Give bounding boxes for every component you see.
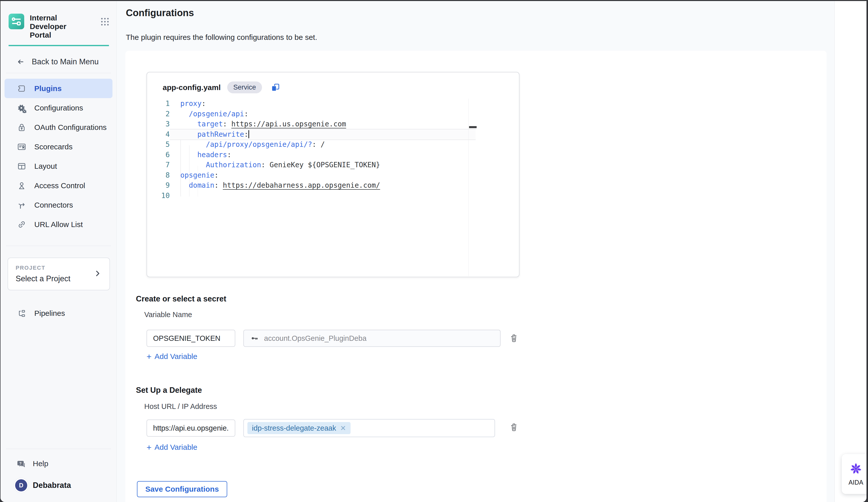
user-name: Debabrata bbox=[33, 481, 71, 490]
sidebar: Internal Developer Portal Back to Main M… bbox=[0, 1, 117, 502]
sidebar-nav: Plugins Configurations OAuth Configurati… bbox=[0, 79, 116, 234]
entity-type-badge: Service bbox=[227, 81, 262, 93]
sidebar-item-label: Scorecards bbox=[34, 143, 73, 151]
avatar: D bbox=[15, 479, 27, 491]
sidebar-item-url-allow-list[interactable]: URL Allow List bbox=[4, 215, 113, 234]
brand-title: Internal Developer Portal bbox=[30, 14, 88, 39]
delete-secret-icon[interactable] bbox=[508, 332, 519, 345]
line-number: 4 bbox=[147, 130, 170, 140]
help-button[interactable]: Help bbox=[0, 449, 116, 469]
divider bbox=[6, 246, 111, 246]
delegate-tag-label: idp-stress-delegate-zeaak bbox=[252, 424, 336, 432]
app-window: Internal Developer Portal Back to Main M… bbox=[0, 1, 867, 502]
sidebar-item-pipelines[interactable]: Pipelines bbox=[4, 304, 113, 323]
delete-delegate-icon[interactable] bbox=[508, 421, 519, 434]
project-label: PROJECT bbox=[16, 265, 103, 271]
line-number: 10 bbox=[147, 191, 170, 201]
code-line[interactable]: 8 opsgenie: bbox=[147, 170, 519, 181]
editor-filename: app-config.yaml bbox=[163, 83, 221, 92]
sidebar-item-label: Plugins bbox=[34, 84, 62, 93]
plus-icon: + bbox=[146, 353, 152, 360]
line-number: 8 bbox=[147, 170, 170, 181]
sidebar-item-configurations[interactable]: Configurations bbox=[4, 98, 113, 117]
code-line[interactable]: 5 /api/proxy/opsgenie/api/?: / bbox=[147, 140, 519, 150]
main-content: Configurations The plugin requires the f… bbox=[117, 1, 835, 502]
sidebar-item-connectors[interactable]: Connectors bbox=[4, 195, 113, 215]
add-variable-button-delegate[interactable]: + Add Variable bbox=[146, 443, 197, 452]
arrow-left-icon bbox=[16, 57, 25, 66]
back-label: Back to Main Menu bbox=[32, 57, 99, 66]
code-editor[interactable]: 1 proxy: 2 /opsgenie/api: 3 target: http… bbox=[147, 99, 519, 277]
copy-icon[interactable] bbox=[270, 82, 281, 93]
line-number: 1 bbox=[147, 99, 170, 109]
sidebar-item-oauth-configurations[interactable]: OAuth Configurations bbox=[4, 117, 113, 137]
add-variable-button-secret[interactable]: + Add Variable bbox=[146, 352, 197, 361]
text-cursor bbox=[248, 130, 249, 138]
key-icon bbox=[250, 334, 259, 343]
code-line[interactable]: 9 domain: https://debaharness.app.opsgen… bbox=[147, 180, 519, 191]
variable-name-input[interactable] bbox=[146, 330, 235, 347]
page-subtitle: The plugin requires the following config… bbox=[126, 33, 835, 42]
delegate-section-heading: Set Up a Delegate bbox=[136, 386, 202, 395]
scorecard-icon bbox=[17, 142, 27, 152]
person-icon bbox=[17, 181, 27, 191]
line-number: 2 bbox=[147, 109, 170, 119]
lock-icon bbox=[17, 122, 27, 132]
brand: Internal Developer Portal bbox=[0, 1, 116, 39]
code-line[interactable]: 6 headers: bbox=[147, 150, 519, 160]
help-label: Help bbox=[33, 459, 49, 468]
delegate-tag-chip: idp-stress-delegate-zeaak ✕ bbox=[247, 422, 351, 434]
sidebar-item-label: Configurations bbox=[34, 104, 83, 112]
user-menu[interactable]: D Debabrata bbox=[0, 469, 116, 495]
code-line[interactable]: 4 pathRewrite: bbox=[147, 130, 519, 140]
page-title: Configurations bbox=[126, 8, 835, 18]
back-to-main-menu[interactable]: Back to Main Menu bbox=[0, 46, 116, 73]
yaml-editor-card: app-config.yaml Service 1 proxy: 2 /opsg… bbox=[146, 72, 519, 277]
gears-icon bbox=[17, 103, 27, 113]
right-rail: AIDA bbox=[835, 1, 867, 502]
aida-label: AIDA bbox=[849, 479, 863, 486]
secret-select-field[interactable]: account.OpsGenie_PluginDeba bbox=[244, 330, 500, 347]
sidebar-item-label: Layout bbox=[34, 162, 57, 171]
host-url-input[interactable] bbox=[146, 420, 235, 437]
line-number: 5 bbox=[147, 140, 170, 150]
code-line[interactable]: 1 proxy: bbox=[147, 99, 519, 109]
sidebar-item-label: Access Control bbox=[34, 181, 85, 190]
project-selector[interactable]: PROJECT Select a Project bbox=[8, 258, 110, 290]
idp-logo-icon bbox=[9, 14, 24, 29]
branch-icon bbox=[17, 200, 27, 210]
secret-value: account.OpsGenie_PluginDeba bbox=[264, 334, 366, 342]
host-url-label: Host URL / IP Address bbox=[144, 402, 217, 411]
line-number: 3 bbox=[147, 119, 170, 130]
add-variable-label: Add Variable bbox=[155, 443, 197, 452]
code-line[interactable]: 10 bbox=[147, 191, 519, 201]
app-grid-icon[interactable] bbox=[100, 17, 110, 28]
delegate-tags-field[interactable]: idp-stress-delegate-zeaak ✕ bbox=[244, 419, 495, 437]
secret-section-heading: Create or select a secret bbox=[136, 294, 226, 304]
sidebar-item-label: Connectors bbox=[34, 201, 73, 209]
layout-icon bbox=[17, 161, 27, 171]
sidebar-footer: Help D Debabrata bbox=[0, 449, 116, 502]
code-line[interactable]: 7 Authorization: GenieKey ${OPSGENIE_TOK… bbox=[147, 160, 519, 170]
line-number: 6 bbox=[147, 150, 170, 160]
puzzle-icon bbox=[17, 83, 27, 94]
save-configurations-button[interactable]: Save Configurations bbox=[137, 481, 227, 497]
sidebar-item-label: URL Allow List bbox=[34, 220, 83, 229]
sidebar-item-scorecards[interactable]: Scorecards bbox=[4, 137, 113, 156]
code-line[interactable]: 3 target: https://api.us.opsgenie.com bbox=[147, 119, 519, 130]
chevron-right-icon bbox=[93, 269, 103, 279]
help-icon bbox=[16, 459, 26, 469]
variable-name-label: Variable Name bbox=[144, 310, 192, 319]
link-icon bbox=[17, 219, 27, 229]
pipelines-label: Pipelines bbox=[34, 309, 65, 318]
code-line[interactable]: 2 /opsgenie/api: bbox=[147, 109, 519, 119]
remove-tag-icon[interactable]: ✕ bbox=[340, 424, 346, 432]
sidebar-item-access-control[interactable]: Access Control bbox=[4, 176, 113, 195]
sidebar-item-plugins[interactable]: Plugins bbox=[4, 79, 113, 98]
sidebar-item-label: OAuth Configurations bbox=[34, 123, 107, 132]
editor-scrollbar-thumb[interactable] bbox=[469, 126, 477, 128]
sidebar-item-layout[interactable]: Layout bbox=[4, 156, 113, 176]
aida-assistant-button[interactable]: AIDA bbox=[842, 454, 867, 494]
project-value: Select a Project bbox=[16, 274, 103, 283]
pipelines-icon bbox=[17, 308, 27, 318]
